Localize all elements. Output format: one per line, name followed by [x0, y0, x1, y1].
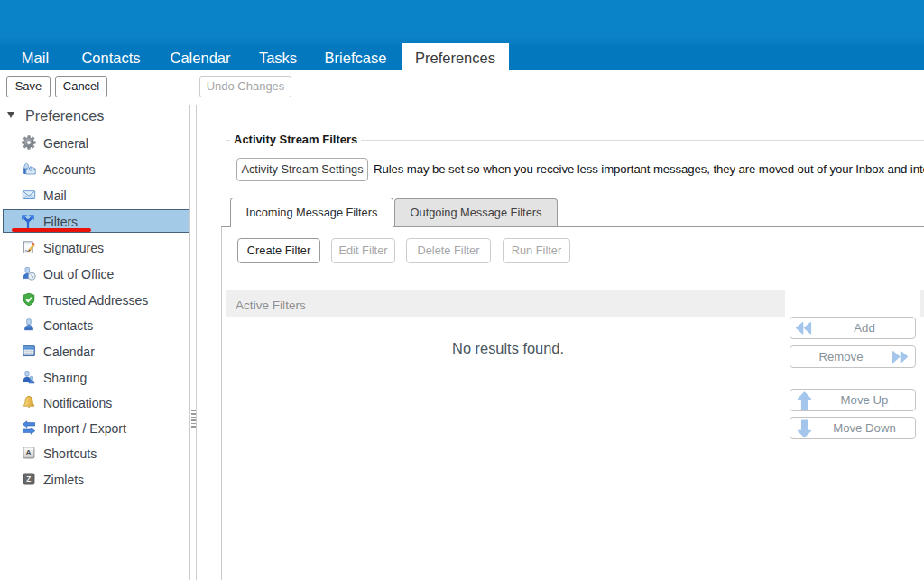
svg-text:A: A	[26, 448, 32, 456]
svg-text:Z: Z	[26, 475, 31, 483]
